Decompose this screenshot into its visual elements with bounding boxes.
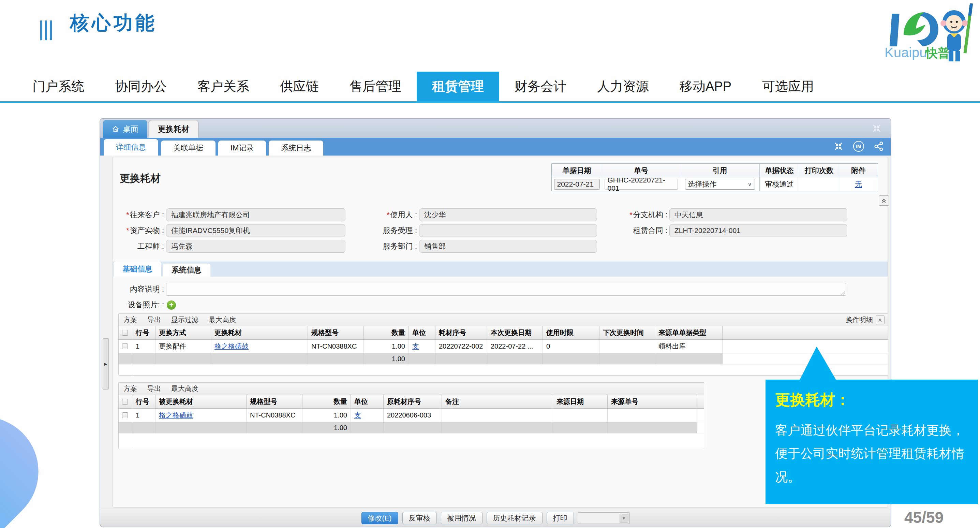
tab-system-log[interactable]: 系统日志 (269, 140, 323, 156)
cell-method: 更换配件 (156, 340, 211, 353)
service-accept-input[interactable] (419, 224, 597, 237)
nav-item-mobile-app[interactable]: 移动APP (664, 72, 747, 101)
nav-item-after-sales[interactable]: 售后管理 (334, 72, 417, 101)
table-row[interactable]: 1 更换配件 格之格硒鼓 NT-CN0388XC 1.00 支 20220722… (119, 340, 888, 353)
column-header: 引用 (680, 164, 760, 177)
add-photo-button[interactable]: + (167, 300, 176, 310)
field-label-engineer: 工程师 : (113, 241, 164, 251)
toolbar-scheme[interactable]: 方案 (123, 315, 137, 324)
customer-input[interactable]: 福建兆联房地产有限公司 (166, 208, 345, 222)
collapse-grid-button[interactable] (876, 316, 885, 324)
field-label-user: *使用人 : (369, 210, 417, 220)
sidebar-collapse-handle[interactable]: ▶ (103, 338, 109, 389)
tab-detail-info[interactable]: 详细信息 (103, 139, 158, 156)
print-button[interactable]: 打印 (547, 512, 574, 524)
empty-row (119, 364, 888, 375)
row-checkbox[interactable] (122, 343, 128, 349)
content-desc-label: 内容说明 : (113, 284, 164, 294)
nav-item-crm[interactable]: 客户关系 (182, 72, 265, 101)
usage-status-button[interactable]: 被用情况 (441, 512, 482, 524)
toolbar-show-filter[interactable]: 显示过滤 (171, 315, 199, 324)
tab-basic-info[interactable]: 基础信息 (113, 262, 161, 277)
tab-system-info[interactable]: 系统信息 (163, 264, 210, 277)
asset-input[interactable]: 佳能IRADVC5550复印机 (166, 224, 345, 237)
toolbar-max-height[interactable]: 最大高度 (171, 384, 199, 393)
column-header: 更换耗材 (211, 326, 308, 340)
form-title: 更换耗材 (120, 172, 161, 185)
nav-item-supply-chain[interactable]: 供应链 (265, 72, 334, 101)
consumable-link[interactable]: 格之格硒鼓 (215, 342, 248, 351)
select-all-checkbox[interactable] (122, 399, 128, 405)
row-checkbox[interactable] (122, 412, 128, 418)
content-desc-textarea[interactable] (166, 283, 846, 296)
toolbar-export[interactable]: 导出 (147, 384, 161, 393)
engineer-input[interactable]: 冯先森 (166, 240, 345, 253)
quote-select[interactable]: 选择操作 ∨ (685, 179, 755, 190)
empty-row (119, 433, 704, 448)
cell-model: NT-CN0388XC (247, 408, 302, 422)
summary-qty: 1.00 (302, 422, 351, 433)
column-header: 行号 (132, 395, 156, 408)
page-number: 45/59 (904, 508, 943, 526)
unit-link[interactable]: 支 (354, 411, 361, 420)
kuaipu-logo: Kuaipu 快普 ® (882, 2, 977, 67)
modify-button[interactable]: 修改(E) (361, 512, 398, 524)
consumable-link[interactable]: 格之格硒鼓 (159, 411, 193, 420)
user-input[interactable]: 沈少华 (419, 208, 597, 222)
cell-line-no: 1 (132, 340, 156, 353)
summary-row: 1.00 (119, 353, 888, 364)
toolbar-max-height[interactable]: 最大高度 (209, 315, 236, 324)
resize-grip[interactable] (840, 290, 845, 295)
cell-serial-no: 20220606-003 (383, 408, 442, 422)
nav-item-optional-apps[interactable]: 可选应用 (747, 72, 829, 101)
collapse-window-icon[interactable] (872, 123, 882, 133)
doc-header-table: 单据日期 单号 引用 单据状态 打印次数 附件 2022-07-21 GHHC-… (551, 163, 878, 191)
toolbar-scheme[interactable]: 方案 (123, 384, 137, 393)
doc-date-input[interactable]: 2022-07-21 (554, 179, 600, 190)
decorative-diagonal-bar (0, 394, 61, 528)
collapse-panel-icon[interactable] (834, 141, 843, 152)
window-tab-replace-consumables[interactable]: 更换耗材 (149, 120, 199, 138)
column-header: 本次更换日期 (487, 326, 543, 340)
nav-item-collaboration[interactable]: 协同办公 (100, 72, 182, 101)
toolbar-export[interactable]: 导出 (147, 315, 161, 324)
device-photo-label: 设备照片: : (113, 300, 164, 310)
replaced-consumables-grid: 方案 导出 最大高度 行号 被更换耗材 规格型号 数量 单位 原耗材序号 备注 … (118, 382, 704, 449)
field-label-service-accept: 服务受理 : (369, 225, 417, 236)
share-icon[interactable] (873, 141, 884, 152)
cell-remark (442, 408, 553, 422)
select-all-checkbox[interactable] (122, 330, 128, 336)
attachment-link[interactable]: 无 (855, 179, 862, 189)
table-row[interactable]: 1 格之格硒鼓 NT-CN0388XC 1.00 支 20220606-003 (119, 408, 704, 422)
nav-item-hr[interactable]: 人力资源 (582, 72, 664, 101)
lease-contract-input[interactable]: ZLHT-20220714-001 (669, 224, 847, 237)
column-header: 来源单单据类型 (655, 326, 722, 340)
column-header: 单号 (602, 164, 680, 177)
collapse-header-button[interactable] (879, 195, 889, 206)
tab-related-docs[interactable]: 关联单据 (161, 140, 215, 156)
tab-im-records[interactable]: IM记录 (218, 140, 266, 156)
window-tab-desktop[interactable]: 桌面 (103, 120, 147, 138)
print-template-select[interactable]: ▾ (578, 512, 630, 524)
unit-link[interactable]: 支 (412, 342, 419, 351)
nav-item-finance[interactable]: 财务会计 (499, 72, 582, 101)
column-header: 备注 (442, 395, 553, 408)
header-row: 行号 更换方式 更换耗材 规格型号 数量 单位 耗材序号 本次更换日期 使用时限… (119, 326, 888, 340)
panel-label: 换件明细 (846, 315, 873, 324)
column-header: 数量 (364, 326, 409, 340)
history-records-button[interactable]: 历史耗材记录 (487, 512, 542, 524)
replacement-detail-grid: 方案 导出 显示过滤 最大高度 换件明细 行号 (118, 313, 888, 375)
nav-item-portal[interactable]: 门户系统 (17, 72, 100, 101)
im-icon[interactable]: IM (853, 141, 864, 152)
column-header: 数量 (302, 395, 351, 408)
service-dept-input[interactable]: 销售部 (419, 240, 597, 253)
doc-no-input[interactable]: GHHC-20220721-001 (605, 179, 678, 190)
field-label-customer: *往来客户 : (113, 210, 164, 220)
branch-input[interactable]: 中天信息 (669, 208, 847, 222)
nav-item-rental-management[interactable]: 租赁管理 (417, 72, 499, 101)
cell-source-doc-type: 领料出库 (655, 340, 722, 353)
cell-serial-no: 20220722-002 (436, 340, 487, 353)
chevron-down-icon: ▾ (620, 514, 628, 523)
cell-usage-limit: 0 (543, 340, 600, 353)
reverse-audit-button[interactable]: 反审核 (402, 512, 437, 524)
